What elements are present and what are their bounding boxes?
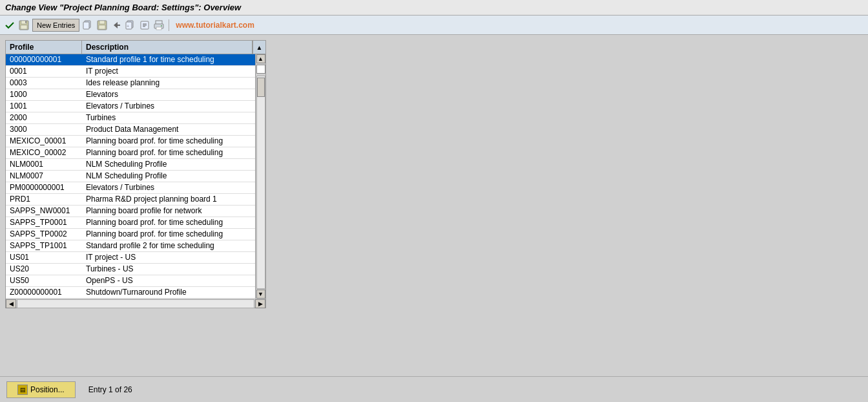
horizontal-scrollbar[interactable] <box>17 299 254 308</box>
svg-rect-8 <box>99 25 105 29</box>
svg-rect-3 <box>25 21 26 23</box>
cell-description: Planning board prof. for time scheduling <box>82 217 255 228</box>
toolbar: New Entries + <box>0 16 868 35</box>
cell-description: Turbines <box>82 112 255 123</box>
table-row[interactable]: PRD1Pharma R&D project planning board 1 <box>6 194 265 206</box>
scroll-thumb[interactable] <box>257 78 265 97</box>
cell-description: Product Data Management <box>82 124 255 135</box>
scroll-left-button[interactable]: ◀ <box>6 299 16 308</box>
new-entries-button[interactable]: New Entries <box>32 19 79 32</box>
scroll-down-button[interactable]: ▼ <box>256 290 265 299</box>
cell-profile: MEXICO_00001 <box>6 136 82 147</box>
table-header: Profile Description ▲ <box>6 41 265 54</box>
table-row[interactable]: US50OpenPS - US <box>6 275 265 287</box>
entry-info: Entry 1 of 26 <box>88 385 132 394</box>
cell-description: IT project - US <box>82 252 255 263</box>
table-row[interactable]: SAPPS_TP0001Planning board prof. for tim… <box>6 217 265 229</box>
scroll-right-button[interactable]: ▶ <box>255 299 265 308</box>
main-content: Profile Description ▲ 000000000001Standa… <box>0 35 868 313</box>
table-row[interactable]: 1000Elevators <box>6 89 265 101</box>
cell-profile: SAPPS_TP0002 <box>6 229 82 240</box>
cell-profile: MEXICO_00002 <box>6 147 82 158</box>
scroll-up-button[interactable]: ▲ <box>256 54 265 63</box>
title-bar: Change View "Project Planning Board: Set… <box>0 0 868 16</box>
scroll-checkbox[interactable] <box>256 65 265 74</box>
data-table: Profile Description ▲ 000000000001Standa… <box>5 40 266 308</box>
new-entries-label: New Entries <box>37 21 75 29</box>
cell-description: Ides release planning <box>82 78 255 89</box>
table-row[interactable]: 0003Ides release planning <box>6 78 265 89</box>
cell-description: Planning board prof. for time scheduling <box>82 136 255 147</box>
svg-rect-2 <box>21 25 27 29</box>
back-icon[interactable] <box>110 19 122 31</box>
table-row[interactable]: Z00000000001Shutdown/Turnaround Profile <box>6 287 265 299</box>
table-row[interactable]: 3000Product Data Management <box>6 124 265 136</box>
scroll-track <box>256 76 265 289</box>
cell-profile: 0003 <box>6 78 82 89</box>
print-icon[interactable] <box>153 19 165 31</box>
cell-description: Standard profile 1 for time scheduling <box>82 54 255 65</box>
cell-description: NLM Scheduling Profile <box>82 171 255 182</box>
table-row[interactable]: 000000000001Standard profile 1 for time … <box>6 54 265 66</box>
svg-rect-20 <box>156 27 161 30</box>
copy-icon-1[interactable] <box>82 19 94 31</box>
cell-profile: 000000000001 <box>6 54 82 65</box>
vertical-scrollbar[interactable]: ▲▼ <box>255 54 265 299</box>
table-row[interactable]: SAPPS_TP0002Planning board prof. for tim… <box>6 229 265 240</box>
cell-description: Planning board profile for network <box>82 206 255 217</box>
cell-profile: US50 <box>6 275 82 286</box>
cell-description: Elevators / Turbines <box>82 101 255 112</box>
cell-description: Standard profile 2 for time scheduling <box>82 240 255 251</box>
cell-profile: Z00000000001 <box>6 287 82 298</box>
table-row[interactable]: SAPPS_NW0001Planning board profile for n… <box>6 206 265 217</box>
cell-description: NLM Scheduling Profile <box>82 159 255 170</box>
table-row[interactable]: NLM0007NLM Scheduling Profile <box>6 171 265 182</box>
cell-profile: 1000 <box>6 89 82 100</box>
cell-description: Turbines - US <box>82 264 255 275</box>
cell-description: Pharma R&D project planning board 1 <box>82 194 255 205</box>
table-row[interactable]: 2000Turbines <box>6 112 265 124</box>
position-button-label: Position... <box>30 385 65 394</box>
cell-profile: 3000 <box>6 124 82 135</box>
svg-text:+: + <box>127 24 129 28</box>
cell-profile: NLM0007 <box>6 171 82 182</box>
page-title: Change View "Project Planning Board: Set… <box>5 3 241 12</box>
svg-point-21 <box>161 25 162 26</box>
cell-profile: PM0000000001 <box>6 182 82 193</box>
svg-rect-10 <box>118 25 120 26</box>
svg-marker-9 <box>114 22 118 28</box>
copy-icon-2[interactable]: + <box>125 19 136 31</box>
cell-description: OpenPS - US <box>82 275 255 286</box>
table-row[interactable]: 0001IT project <box>6 66 265 78</box>
table-row[interactable]: 1001Elevators / Turbines <box>6 101 265 112</box>
position-button[interactable]: ▤ Position... <box>6 381 76 398</box>
cell-profile: SAPPS_TP0001 <box>6 217 82 228</box>
table-row[interactable]: MEXICO_00002Planning board prof. for tim… <box>6 147 265 159</box>
table-row[interactable]: US01IT project - US <box>6 252 265 264</box>
checkmark-icon[interactable] <box>4 19 16 31</box>
save-icon[interactable] <box>18 19 30 31</box>
cell-description: Planning board prof. for time scheduling <box>82 147 255 158</box>
save-icon-2[interactable] <box>96 19 108 31</box>
cell-profile: SAPPS_TP1001 <box>6 240 82 251</box>
table-row[interactable]: NLM0001NLM Scheduling Profile <box>6 159 265 171</box>
bottom-bar: ▤ Position... Entry 1 of 26 <box>0 376 868 402</box>
watermark: www.tutorialkart.com <box>176 21 254 30</box>
svg-rect-7 <box>99 21 105 24</box>
cell-description: Planning board prof. for time scheduling <box>82 229 255 240</box>
table-row[interactable]: PM0000000001Elevators / Turbines <box>6 182 265 194</box>
copy-icon-3[interactable] <box>139 19 150 31</box>
cell-description: Shutdown/Turnaround Profile <box>82 287 255 298</box>
cell-description: IT project <box>82 66 255 77</box>
column-header-description: Description <box>82 41 253 54</box>
table-row[interactable]: US20Turbines - US <box>6 264 265 275</box>
table-row[interactable]: MEXICO_00001Planning board prof. for tim… <box>6 136 265 147</box>
cell-profile: US20 <box>6 264 82 275</box>
table-row[interactable]: SAPPS_TP1001Standard profile 2 for time … <box>6 240 265 252</box>
scroll-top-button[interactable]: ▲ <box>253 41 265 54</box>
table-body: 000000000001Standard profile 1 for time … <box>6 54 265 299</box>
cell-profile: PRD1 <box>6 194 82 205</box>
svg-rect-5 <box>83 22 89 29</box>
cell-profile: 0001 <box>6 66 82 77</box>
column-header-profile: Profile <box>6 41 82 54</box>
